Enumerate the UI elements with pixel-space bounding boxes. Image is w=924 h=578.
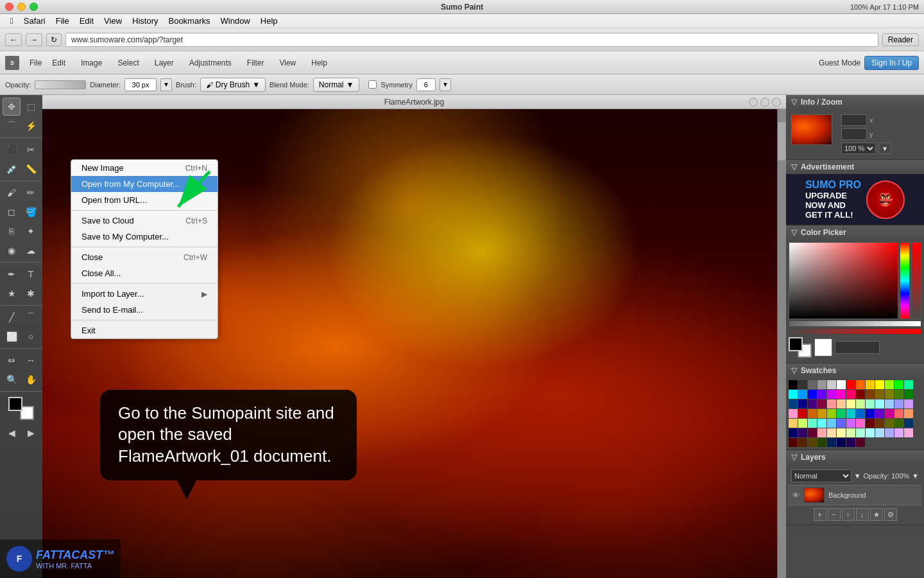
bookmarks-menu-mac[interactable]: Bookmarks xyxy=(163,15,215,27)
help-menu-item[interactable]: Help xyxy=(306,57,332,69)
swatch-item[interactable] xyxy=(846,428,855,437)
safari-menu[interactable]: Safari xyxy=(19,15,51,27)
swatch-item[interactable] xyxy=(808,399,817,408)
swatch-item[interactable] xyxy=(808,428,817,437)
eyedropper-tool[interactable]: 💉 xyxy=(3,160,21,178)
swatch-item[interactable] xyxy=(846,409,855,418)
swatch-item[interactable] xyxy=(885,409,894,418)
swatch-item[interactable] xyxy=(866,428,875,437)
canvas-restore[interactable] xyxy=(760,98,769,107)
fg-color-swatch[interactable] xyxy=(8,397,22,411)
smudge-tool[interactable]: ☁ xyxy=(22,241,40,259)
swatch-item[interactable] xyxy=(798,419,807,428)
swatch-item[interactable] xyxy=(837,428,846,437)
v-scroll-thumb[interactable] xyxy=(778,122,786,161)
file-menu-item[interactable]: File xyxy=(30,58,42,67)
minimize-button[interactable] xyxy=(17,3,26,11)
hex-input[interactable]: 000000 xyxy=(835,341,880,354)
swatch-item[interactable] xyxy=(846,390,855,399)
filter-menu-item[interactable]: Filter xyxy=(242,57,270,69)
swatch-item[interactable] xyxy=(789,409,798,418)
swatch-item[interactable] xyxy=(827,390,836,399)
rect-select-tool[interactable]: ⬜ xyxy=(3,328,21,346)
hue-slider[interactable] xyxy=(900,242,910,319)
swatch-item[interactable] xyxy=(817,428,826,437)
exit-item[interactable]: Exit xyxy=(71,322,218,338)
measure-tool[interactable]: 📏 xyxy=(22,160,40,178)
opacity-dropdown[interactable]: ▼ xyxy=(854,472,861,480)
layer-opacity-dropdown[interactable]: ▼ xyxy=(912,472,919,480)
swatch-item[interactable] xyxy=(817,399,826,408)
crop-tool[interactable]: ⬛ xyxy=(3,141,21,159)
help-menu-mac[interactable]: Help xyxy=(255,15,283,27)
swatch-item[interactable] xyxy=(885,380,894,389)
fg-color-display[interactable] xyxy=(789,337,803,351)
swatch-item[interactable] xyxy=(827,409,836,418)
maximize-button[interactable] xyxy=(30,3,38,11)
swatch-item[interactable] xyxy=(827,419,836,428)
swatch-item[interactable] xyxy=(846,399,855,408)
diameter-dropdown[interactable]: ▼ xyxy=(160,78,172,91)
back-button[interactable]: ← xyxy=(5,33,22,46)
swatch-item[interactable] xyxy=(837,380,846,389)
eraser-tool[interactable]: ◻ xyxy=(3,203,21,221)
close-all-item[interactable]: Close All... xyxy=(71,265,218,281)
send-email-item[interactable]: Send to E-mail... xyxy=(71,302,218,318)
swatch-item[interactable] xyxy=(817,409,826,418)
arrow-left-tool[interactable]: ◀ xyxy=(3,424,21,442)
swatch-item[interactable] xyxy=(875,409,884,418)
swatch-item[interactable] xyxy=(798,380,807,389)
move-down-button[interactable]: ↓ xyxy=(856,508,869,521)
swatch-item[interactable] xyxy=(837,390,846,399)
swatch-item[interactable] xyxy=(808,380,817,389)
swatch-item[interactable] xyxy=(885,428,894,437)
ellipse-tool[interactable]: ○ xyxy=(22,328,40,346)
swatch-item[interactable] xyxy=(798,399,807,408)
swatch-item[interactable] xyxy=(789,419,798,428)
swatch-item[interactable] xyxy=(904,380,913,389)
swatch-item[interactable] xyxy=(866,409,875,418)
swatch-item[interactable] xyxy=(904,390,913,399)
symmetry-input[interactable] xyxy=(416,78,436,91)
merge-button[interactable]: ★ xyxy=(870,508,883,521)
file-menu-mac[interactable]: File xyxy=(51,15,74,27)
swatch-item[interactable] xyxy=(827,428,836,437)
brush-selector[interactable]: 🖌 Dry Brush ▼ xyxy=(200,78,266,92)
layer-mode-select[interactable]: Normal xyxy=(791,469,851,482)
swatch-item[interactable] xyxy=(875,380,884,389)
ad-body[interactable]: SUMO PRO UPGRADE NOW AND GET IT ALL! 👺 xyxy=(786,174,924,225)
swatch-item[interactable] xyxy=(837,438,846,447)
swatch-item[interactable] xyxy=(875,390,884,399)
transform-tool[interactable]: ⇔ xyxy=(3,351,21,369)
slice-tool[interactable]: ✂ xyxy=(22,141,40,159)
layer-settings-button[interactable]: ⚙ xyxy=(884,508,897,521)
edit-menu-mac[interactable]: Edit xyxy=(74,15,99,27)
swatch-item[interactable] xyxy=(904,419,913,428)
x-coordinate[interactable] xyxy=(841,114,867,126)
new-layer-button[interactable]: + xyxy=(814,508,826,521)
swatch-item[interactable] xyxy=(827,380,836,389)
swatch-item[interactable] xyxy=(789,399,798,408)
swatch-item[interactable] xyxy=(798,428,807,437)
magic-wand-tool[interactable]: ⚡ xyxy=(22,117,40,135)
swatch-item[interactable] xyxy=(789,380,798,389)
curve-tool[interactable]: ⌒ xyxy=(22,308,40,326)
swatch-item[interactable] xyxy=(856,409,865,418)
swatch-item[interactable] xyxy=(904,409,913,418)
swatch-item[interactable] xyxy=(904,399,913,408)
collapse-icon-ad[interactable]: ▽ xyxy=(791,162,797,171)
hand-tool[interactable]: ✋ xyxy=(22,371,40,389)
flip-tool[interactable]: ↔ xyxy=(22,351,40,369)
opacity-slider[interactable] xyxy=(35,80,86,89)
swatch-item[interactable] xyxy=(866,380,875,389)
symmetry-checkbox[interactable] xyxy=(368,80,377,89)
apple-menu[interactable]:  xyxy=(5,15,19,27)
swatch-item[interactable] xyxy=(885,399,894,408)
canvas-close[interactable] xyxy=(772,98,781,107)
swatch-item[interactable] xyxy=(789,390,798,399)
view-menu-mac[interactable]: View xyxy=(99,15,127,27)
alpha-bar-slider[interactable] xyxy=(789,328,921,335)
layer-visibility-icon[interactable]: 👁 xyxy=(792,491,800,500)
swatch-item[interactable] xyxy=(894,390,903,399)
swatch-item[interactable] xyxy=(808,438,817,447)
